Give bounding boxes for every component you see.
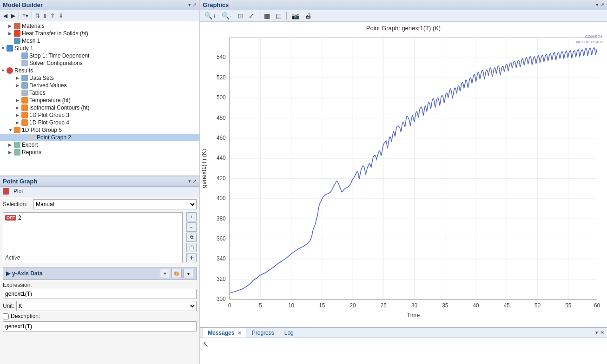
material-icon	[14, 23, 20, 29]
bottom-tabs-bar: Messages ✕ Progress Log ▾ ✕	[200, 328, 607, 338]
svg-text:360: 360	[217, 235, 226, 242]
pg-undock-icon[interactable]: ↗	[192, 178, 197, 184]
expand-button[interactable]: ⇅	[34, 12, 41, 20]
unit-select[interactable]: K °C °F	[16, 301, 197, 311]
tree-item-solver-config[interactable]: Solver Configurations	[0, 59, 199, 67]
split-button[interactable]: ⫿	[42, 12, 48, 20]
tree-item-temperature[interactable]: ▶Temperature (ht)	[0, 97, 199, 104]
forward-button[interactable]: ▶	[10, 12, 17, 20]
print-button[interactable]: 🖨	[303, 11, 313, 20]
move-sel-button[interactable]: ✛	[186, 253, 197, 262]
bar-chart-button[interactable]: ▦	[262, 11, 272, 20]
plot-icon	[3, 188, 9, 195]
tree-arrow[interactable]: ▶	[16, 113, 21, 117]
point-graph-body: Selection: Manual All None OFF 2	[0, 196, 199, 364]
svg-text:0: 0	[228, 302, 231, 309]
svg-text:540: 540	[217, 54, 226, 60]
tree-arrow[interactable]: ▼	[1, 46, 7, 51]
tree-arrow[interactable]: ▶	[16, 98, 21, 103]
y-axis-more-button[interactable]: ▾	[183, 269, 193, 278]
tree-arrow[interactable]: ▶	[8, 150, 14, 155]
tree-arrow[interactable]: ▼	[1, 68, 7, 73]
y-axis-add-button[interactable]: +	[160, 269, 170, 278]
zoom-extents-button[interactable]: ⤢	[247, 11, 256, 20]
description-checkbox[interactable]	[3, 313, 9, 319]
selection-dropdown[interactable]: Manual All None	[33, 199, 197, 209]
tree-arrow[interactable]: ▶	[16, 105, 21, 110]
tree-arrow[interactable]: ▶	[8, 31, 14, 36]
tree-item-study1[interactable]: ▼Study 1	[0, 45, 199, 52]
bottom-close-icon[interactable]: ✕	[600, 330, 604, 336]
tree-item-heat-transfer[interactable]: ▶Heat Transfer in Solids (ht)	[0, 30, 199, 37]
plot-icon	[21, 97, 28, 104]
paste-sel-button[interactable]: 📋	[186, 243, 197, 252]
tree-item-plot3[interactable]: ▶1D Plot Group 3	[0, 111, 199, 119]
tree-item-point-graph2[interactable]: Point Graph 2	[0, 134, 199, 141]
tree-arrow[interactable]: ▶	[16, 120, 21, 125]
graphics-collapse-icon[interactable]: ▾	[596, 2, 599, 8]
toolbar-separator-1	[19, 12, 19, 20]
svg-text:480: 480	[217, 115, 226, 121]
expression-group: Expression:	[3, 282, 197, 299]
zoom-out-button[interactable]: 🔍-	[220, 11, 234, 20]
tab-messages-label: Messages	[208, 330, 234, 336]
tab-messages-close[interactable]: ✕	[238, 331, 241, 336]
solver-icon	[21, 60, 28, 66]
table-chart-button[interactable]: ▤	[274, 11, 284, 20]
tree-item-mesh1[interactable]: Mesh 1	[0, 37, 199, 45]
undock-icon[interactable]: ↗	[192, 2, 197, 8]
y-axis-header[interactable]: ▶ y-Axis Data + 🎨 ▾	[3, 267, 197, 280]
expression-input[interactable]	[3, 289, 197, 299]
y-axis-controls: + 🎨 ▾	[160, 269, 193, 278]
svg-text:25: 25	[381, 302, 387, 309]
y-axis-color-button[interactable]: 🎨	[172, 269, 182, 278]
zoom-in-button[interactable]: 🔍+	[203, 11, 218, 20]
tree-arrow[interactable]: ▶	[16, 83, 21, 88]
camera-button[interactable]: 📷	[290, 11, 301, 20]
tree-item-datasets[interactable]: ▶Data Sets	[0, 74, 199, 82]
tab-log[interactable]: Log	[280, 328, 298, 338]
list-view-button[interactable]: ≡▾	[21, 12, 30, 20]
plot-icon	[21, 119, 28, 126]
graphics-controls: ▾ ↗	[596, 2, 604, 8]
tree-item-tables[interactable]: Tables	[0, 89, 199, 97]
pg-collapse-icon[interactable]: ▾	[188, 178, 191, 184]
tree-item-step1[interactable]: Step 1: Time Dependent	[0, 52, 199, 59]
tree-item-materials[interactable]: ▶Materials	[0, 22, 199, 30]
tree-item-isothermal[interactable]: ▶Isothermal Contours (ht)	[0, 104, 199, 111]
y-axis-title: y-Axis Data	[12, 270, 42, 277]
tree-item-plot4[interactable]: ▶1D Plot Group 4	[0, 119, 199, 126]
description-input[interactable]	[3, 321, 197, 332]
tree-arrow[interactable]: ▼	[8, 128, 14, 132]
tree-item-results[interactable]: ▼Results	[0, 67, 199, 74]
tree-item-reports[interactable]: ▶Reports	[0, 149, 199, 156]
tree-item-plot5[interactable]: ▼1D Plot Group 5	[0, 126, 199, 134]
back-button[interactable]: ◀	[2, 12, 9, 20]
off-badge: OFF	[5, 215, 16, 221]
zoom-box-button[interactable]: ⊡	[236, 11, 245, 20]
export-icon	[14, 142, 20, 148]
tab-messages[interactable]: Messages ✕	[203, 328, 246, 338]
collapse-icon[interactable]: ▾	[188, 2, 191, 8]
move-up-button[interactable]: ⇑	[49, 12, 56, 20]
tree-label-step1: Step 1: Time Dependent	[29, 52, 89, 59]
unit-group: Unit: K °C °F	[3, 301, 197, 311]
bottom-minimize-icon[interactable]: ▾	[595, 330, 598, 336]
tree-arrow[interactable]: ▶	[8, 143, 14, 147]
svg-text:genext1(T) (K): genext1(T) (K)	[200, 149, 207, 188]
tree-item-derived[interactable]: ▶Derived Values	[0, 82, 199, 89]
add-sel-button[interactable]: +	[186, 212, 197, 221]
tab-progress[interactable]: Progress	[247, 328, 279, 338]
tree-arrow[interactable]: ▶	[8, 24, 14, 28]
tree-arrow[interactable]: ▶	[16, 76, 21, 80]
move-down-button[interactable]: ⇓	[57, 12, 65, 20]
tree-item-export[interactable]: ▶Export	[0, 141, 199, 149]
tree-label-export: Export	[22, 142, 38, 148]
graphics-undock-icon[interactable]: ↗	[600, 2, 604, 8]
copy-sel-button[interactable]: ⧉	[186, 233, 197, 242]
plot-button[interactable]: Plot	[12, 188, 25, 195]
remove-sel-button[interactable]: −	[186, 222, 197, 232]
description-row: Description:	[3, 313, 197, 319]
tree-label-temperature: Temperature (ht)	[29, 97, 71, 104]
svg-text:420: 420	[217, 175, 226, 182]
